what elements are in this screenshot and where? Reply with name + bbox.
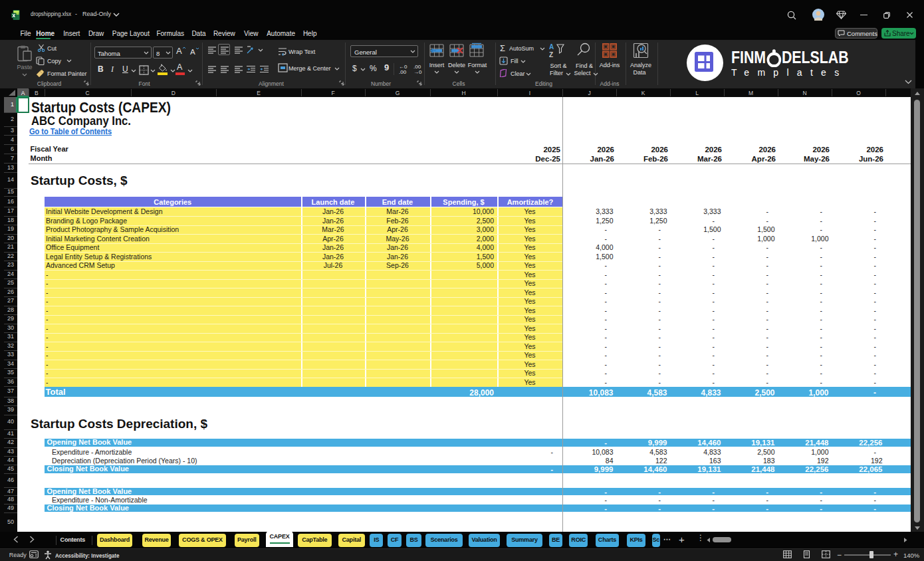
svg-text:Z: Z — [549, 51, 553, 58]
svg-text:A: A — [549, 43, 554, 51]
